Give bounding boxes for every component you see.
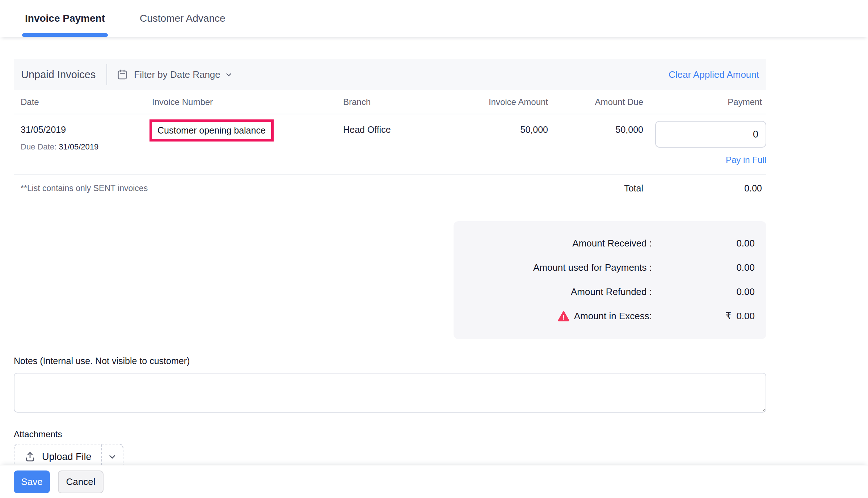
summary-row-amount-in-excess: Amount in Excess: ₹0.00 [454,304,755,328]
filter-label: Filter by Date Range [134,69,220,80]
footer-action-bar: Save Cancel [0,465,868,498]
summary-value: 0.00 [652,238,755,249]
cancel-button[interactable]: Cancel [58,470,104,493]
panel-header: Unpaid Invoices Filter by Date Range [14,59,766,90]
column-header-payment: Payment [643,97,766,107]
rupee-symbol: ₹ [725,311,732,321]
invoice-date-cell: 31/05/2019 Due Date: 31/05/2019 [14,119,151,152]
upload-icon [24,451,36,463]
branch-cell: Head Office [343,119,448,135]
clear-applied-amount-link[interactable]: Clear Applied Amount [669,69,759,80]
notes-textarea[interactable] [14,373,766,413]
invoice-number-cell: Customer opening balance [151,119,343,142]
sent-invoices-footnote: **List contains only SENT invoices [14,183,548,193]
summary-row-amount-used: Amount used for Payments : 0.00 [454,256,755,280]
summary-label: Amount used for Payments : [533,262,652,273]
summary-row-amount-refunded: Amount Refunded : 0.00 [454,280,755,304]
summary-value: ₹0.00 [652,311,755,322]
due-date-label: Due Date: [21,142,56,151]
invoice-date: 31/05/2019 [21,124,151,135]
column-header-amount-due: Amount Due [548,97,643,107]
warning-triangle-icon [557,310,570,322]
column-header-date: Date [14,97,151,107]
filter-by-date-range-dropdown[interactable]: Filter by Date Range [117,69,232,80]
due-date-line: Due Date: 31/05/2019 [21,142,151,152]
payment-input[interactable] [655,121,766,148]
upload-file-label: Upload File [42,451,92,463]
total-label: Total [548,183,643,194]
calendar-icon [117,69,128,80]
table-footer-row: **List contains only SENT invoices Total… [14,175,766,201]
panel-title: Unpaid Invoices [21,69,96,81]
chevron-down-icon [225,71,233,79]
tab-customer-advance[interactable]: Customer Advance [138,0,228,37]
tab-bar: Invoice Payment Customer Advance [0,0,868,37]
summary-label: Amount Refunded : [571,286,652,297]
invoice-number-highlighted[interactable]: Customer opening balance [149,119,274,142]
summary-label: Amount in Excess: [557,310,652,322]
pay-in-full-link[interactable]: Pay in Full [726,155,766,165]
total-value: 0.00 [643,183,766,194]
amount-due-cell: 50,000 [548,119,643,135]
invoice-amount-cell: 50,000 [448,119,548,135]
tab-invoice-payment[interactable]: Invoice Payment [23,0,107,37]
amount-summary-box: Amount Received : 0.00 Amount used for P… [454,221,766,339]
table-row: 31/05/2019 Due Date: 31/05/2019 Customer… [14,114,766,175]
save-button[interactable]: Save [14,470,50,493]
column-header-branch: Branch [343,97,448,107]
column-header-invoice-amount: Invoice Amount [448,97,548,107]
due-date-value: 31/05/2019 [59,142,98,151]
unpaid-invoices-panel: Unpaid Invoices Filter by Date Range [14,59,766,201]
summary-label: Amount Received : [572,238,652,249]
summary-row-amount-received: Amount Received : 0.00 [454,231,755,256]
notes-label: Notes (Internal use. Not visible to cust… [14,356,766,366]
summary-value: 0.00 [652,262,755,273]
divider [106,64,107,85]
payment-cell: Pay in Full [643,119,766,165]
table-header-row: Date Invoice Number Branch Invoice Amoun… [14,90,766,114]
main-content: Unpaid Invoices Filter by Date Range [14,59,766,485]
column-header-invoice-number: Invoice Number [151,97,343,107]
summary-label-text: Amount in Excess: [574,311,652,322]
excess-amount: 0.00 [736,311,755,321]
summary-value: 0.00 [652,286,755,297]
attachments-label: Attachments [14,429,766,439]
